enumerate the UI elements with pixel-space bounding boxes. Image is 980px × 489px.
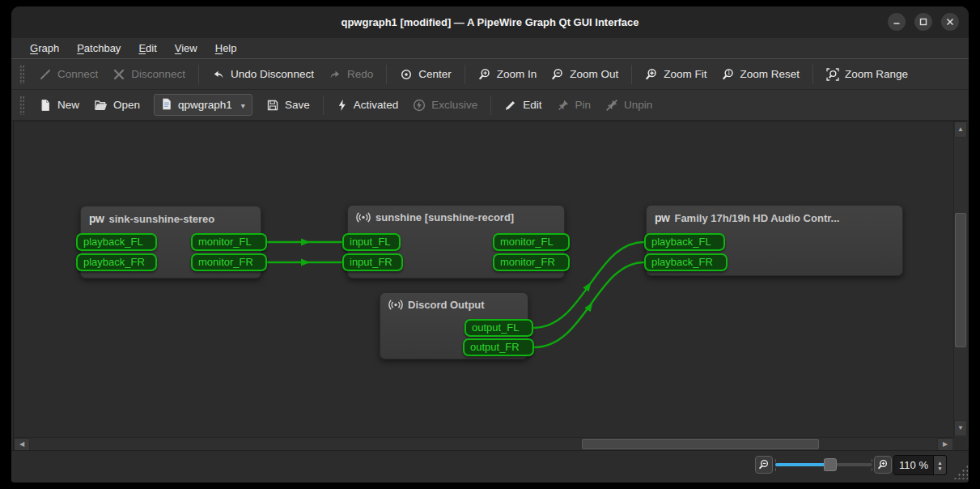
open-label: Open — [113, 99, 140, 111]
zoom-reset-button[interactable]: 1 Zoom Reset — [715, 64, 808, 85]
new-file-icon — [39, 99, 52, 112]
patchbay-select[interactable]: qpwgraph1 — [154, 94, 252, 116]
connect-icon — [39, 68, 52, 81]
spin-up-icon[interactable]: ▲ — [937, 460, 942, 466]
save-button[interactable]: Save — [259, 95, 317, 116]
zoom-in-label: Zoom In — [497, 68, 537, 80]
connect-label: Connect — [57, 68, 98, 80]
pipewire-icon — [655, 211, 669, 224]
activated-label: Activated — [354, 99, 399, 111]
exclusive-bolt-icon — [413, 99, 426, 112]
port-playback_FR[interactable]: playback_FR — [76, 253, 157, 271]
unpin-label: Unpin — [624, 99, 652, 111]
new-button[interactable]: New — [32, 95, 87, 116]
zoom-in-icon — [877, 459, 889, 470]
menu-view[interactable]: View — [166, 38, 206, 58]
port-monitor_FL[interactable]: monitor_FL — [493, 233, 570, 251]
pin-icon — [557, 99, 570, 112]
zoom-out-icon — [551, 68, 564, 81]
toolbar-main: Connect Disconnect Undo Disconnect Redo — [11, 59, 969, 90]
menu-patchbay[interactable]: Patchbay — [68, 38, 129, 58]
zoom-out-button[interactable]: Zoom Out — [544, 64, 626, 85]
port-output_FR[interactable]: output_FR — [463, 338, 534, 356]
save-label: Save — [285, 99, 310, 111]
scroll-up-button[interactable] — [954, 121, 967, 138]
open-button[interactable]: Open — [87, 95, 147, 116]
zoom-slider-fill — [775, 463, 825, 466]
scroll-right-button[interactable] — [937, 438, 953, 451]
close-button[interactable] — [941, 13, 959, 31]
toolbar-separator — [631, 65, 632, 84]
zoom-out-icon — [758, 459, 770, 470]
edit-pencil-icon — [504, 99, 517, 112]
toolbar-separator — [198, 65, 199, 84]
connect-button[interactable]: Connect — [32, 64, 105, 85]
port-monitor_FR[interactable]: monitor_FR — [493, 253, 570, 271]
zoom-in-icon — [478, 68, 491, 81]
zoom-fit-button[interactable]: Zoom Fit — [638, 64, 714, 85]
connections-layer — [14, 121, 968, 451]
patchbay-file-icon — [161, 98, 172, 113]
port-playback_FL[interactable]: playback_FL — [76, 233, 157, 251]
statusbar-zoom-out-button[interactable] — [755, 456, 773, 474]
zoom-percent-value: 110 % — [894, 459, 933, 471]
redo-button[interactable]: Redo — [321, 64, 380, 85]
vertical-scrollbar[interactable] — [953, 121, 967, 437]
node-title: sunshine [sunshine-record] — [375, 211, 514, 223]
minimize-button[interactable] — [888, 13, 906, 31]
pin-label: Pin — [575, 99, 592, 111]
minimize-icon — [893, 18, 901, 26]
arrow-up-icon — [957, 126, 964, 133]
zoom-reset-label: Zoom Reset — [740, 68, 800, 80]
spin-down-icon[interactable]: ▼ — [937, 466, 942, 471]
port-playback_FL[interactable]: playback_FL — [644, 233, 725, 251]
menu-edit[interactable]: Edit — [129, 38, 165, 58]
port-monitor_FL[interactable]: monitor_FL — [191, 233, 267, 251]
zoom-slider-handle[interactable] — [824, 458, 837, 471]
center-button[interactable]: Center — [392, 64, 459, 85]
edit-button[interactable]: Edit — [497, 95, 549, 116]
window-resize-grip[interactable] — [953, 465, 968, 479]
redo-label: Redo — [347, 68, 373, 80]
spinbox-buttons[interactable]: ▲▼ — [933, 456, 946, 474]
port-monitor_FR[interactable]: monitor_FR — [191, 253, 267, 271]
port-input_FR[interactable]: input_FR — [342, 253, 403, 271]
menu-graph[interactable]: Graph — [21, 38, 68, 58]
disconnect-label: Disconnect — [131, 68, 185, 80]
toolbar-drag-handle[interactable] — [19, 96, 25, 115]
maximize-button[interactable] — [914, 13, 932, 31]
zoom-percent-spinbox[interactable]: 110 % ▲▼ — [893, 455, 947, 475]
port-playback_FR[interactable]: playback_FR — [644, 253, 728, 271]
undo-button[interactable]: Undo Disconnect — [205, 64, 321, 85]
exclusive-label: Exclusive — [431, 99, 477, 111]
wire-arrow — [583, 280, 594, 291]
statusbar-zoom-in-button[interactable] — [874, 456, 892, 474]
port-input_FL[interactable]: input_FL — [342, 233, 401, 251]
activated-button[interactable]: Activated — [329, 95, 406, 116]
vertical-scroll-thumb[interactable] — [955, 213, 966, 347]
pin-button[interactable]: Pin — [549, 95, 599, 116]
horizontal-scrollbar[interactable] — [14, 437, 953, 451]
open-folder-icon — [94, 99, 108, 112]
disconnect-button[interactable]: Disconnect — [105, 64, 193, 85]
exclusive-button[interactable]: Exclusive — [405, 95, 485, 116]
arrow-down-icon — [957, 425, 964, 432]
titlebar[interactable]: qpwgraph1 [modified] — A PipeWire Graph … — [11, 6, 969, 38]
zoom-in-button[interactable]: Zoom In — [471, 64, 545, 85]
port-output_FL[interactable]: output_FL — [465, 319, 533, 337]
scroll-left-button[interactable] — [14, 438, 30, 451]
horizontal-scroll-thumb[interactable] — [582, 439, 819, 449]
toolbar-separator — [490, 96, 491, 115]
menubar: Graph Patchbay Edit View Help — [11, 38, 969, 59]
chevron-down-icon — [238, 99, 245, 111]
center-label: Center — [418, 68, 452, 80]
menu-help[interactable]: Help — [206, 38, 246, 58]
arrow-right-icon — [943, 441, 948, 448]
zoom-range-button[interactable]: Zoom Range — [819, 64, 915, 85]
graph-canvas[interactable]: sink-sunshine-stereo sunshine [sunshine-… — [13, 121, 967, 450]
toolbar-separator — [323, 96, 324, 115]
unpin-button[interactable]: Unpin — [598, 95, 660, 116]
toolbar-drag-handle[interactable] — [19, 65, 25, 84]
scroll-down-button[interactable] — [954, 420, 967, 436]
unpin-icon — [605, 99, 618, 112]
